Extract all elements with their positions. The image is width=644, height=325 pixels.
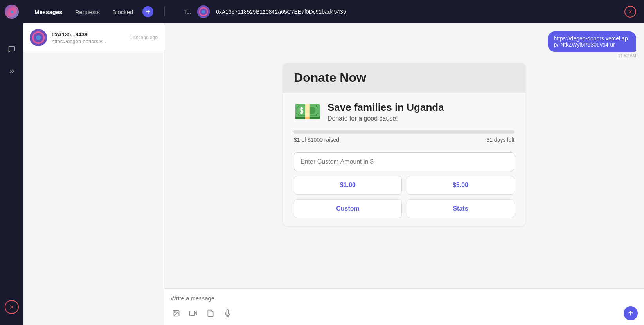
donate-5-button[interactable]: $5.00: [407, 176, 514, 195]
chat-icon[interactable]: [5, 42, 19, 56]
close-sidebar-button[interactable]: [5, 300, 19, 314]
custom-button[interactable]: Custom: [294, 199, 402, 218]
add-conversation-button[interactable]: +: [142, 6, 153, 17]
chevron-right-icon[interactable]: [5, 64, 19, 78]
campaign-icon: 💵: [294, 101, 321, 123]
progress-bar-container: $1 of $1000 raised 31 days left: [294, 130, 514, 143]
donate-1-button[interactable]: $1.00: [294, 176, 402, 195]
progress-bar-fill: [294, 130, 294, 134]
video-icon[interactable]: [188, 308, 199, 319]
message-input-area: [164, 288, 644, 325]
conversation-info: 0xA135...9439 https://degen-donors.v...: [52, 31, 125, 44]
donation-header: Donate Now: [283, 63, 525, 93]
days-left: 31 days left: [486, 137, 514, 143]
chat-area: https://degen-donors.vercel.app/-NtkZWyi…: [164, 23, 644, 325]
app-logo: [5, 5, 19, 19]
recipient-address: 0xA1357118529B120842a65C7EE7f0Dc91bad494…: [216, 9, 346, 15]
recipient-avatar: [197, 5, 210, 18]
custom-amount-input[interactable]: [294, 152, 514, 171]
app-container: Messages Requests Blocked + To: 0xA13571…: [23, 0, 644, 325]
tab-requests[interactable]: Requests: [72, 7, 103, 17]
chat-messages: https://degen-donors.vercel.app/-NtkZWyi…: [164, 23, 644, 288]
donation-body: 💵 Save families in Uganda Donate for a g…: [283, 93, 525, 226]
message-container: https://degen-donors.vercel.app/-NtkZWyi…: [172, 31, 636, 58]
close-chat-button[interactable]: [624, 6, 636, 18]
document-icon[interactable]: [205, 308, 216, 319]
campaign-title: Save families in Uganda: [327, 101, 444, 114]
conversation-avatar: [30, 29, 47, 46]
to-label: To:: [183, 9, 191, 15]
conversation-name: 0xA135...9439: [52, 31, 125, 38]
conversations-sidebar: 0xA135...9439 https://degen-donors.v... …: [23, 23, 164, 325]
svg-point-12: [36, 35, 41, 40]
campaign-description: Donate for a good cause!: [327, 115, 444, 122]
svg-point-2: [11, 11, 13, 13]
message-bubble-row: https://degen-donors.vercel.app/-NtkZWyi…: [489, 31, 636, 52]
campaign-info: 💵 Save families in Uganda Donate for a g…: [294, 101, 514, 123]
conversation-preview: https://degen-donors.v...: [52, 38, 125, 44]
progress-raised: $1 of $1000 raised: [294, 137, 339, 143]
progress-bar-track: [294, 130, 514, 134]
top-nav: Messages Requests Blocked + To: 0xA13571…: [23, 0, 644, 23]
tab-messages[interactable]: Messages: [31, 7, 66, 17]
donation-card: Donate Now 💵 Save families in Uganda Don…: [283, 63, 525, 226]
message-toolbar: [171, 306, 638, 320]
svg-marker-15: [194, 312, 197, 315]
svg-point-7: [202, 10, 205, 13]
progress-stats: $1 of $1000 raised 31 days left: [294, 137, 514, 143]
conversation-time: 1 second ago: [130, 35, 158, 40]
message-timestamp: 11:52 AM: [618, 53, 636, 58]
stats-button[interactable]: Stats: [407, 199, 514, 218]
image-icon[interactable]: [171, 308, 182, 319]
donation-title: Donate Now: [294, 70, 514, 85]
campaign-text: Save families in Uganda Donate for a goo…: [327, 101, 444, 122]
donation-buttons: $1.00 $5.00 Custom Stats: [294, 176, 514, 218]
tab-blocked[interactable]: Blocked: [109, 7, 136, 17]
conversation-item[interactable]: 0xA135...9439 https://degen-donors.v... …: [23, 23, 164, 52]
content-area: 0xA135...9439 https://degen-donors.v... …: [23, 23, 644, 325]
message-input[interactable]: [171, 293, 638, 303]
microphone-icon[interactable]: [222, 308, 233, 319]
message-bubble: https://degen-donors.vercel.app/-NtkZWyi…: [548, 31, 636, 52]
svg-rect-16: [190, 311, 195, 316]
svg-point-14: [174, 312, 176, 313]
sidebar-icon-strip: [0, 0, 23, 325]
send-button[interactable]: [624, 306, 638, 320]
